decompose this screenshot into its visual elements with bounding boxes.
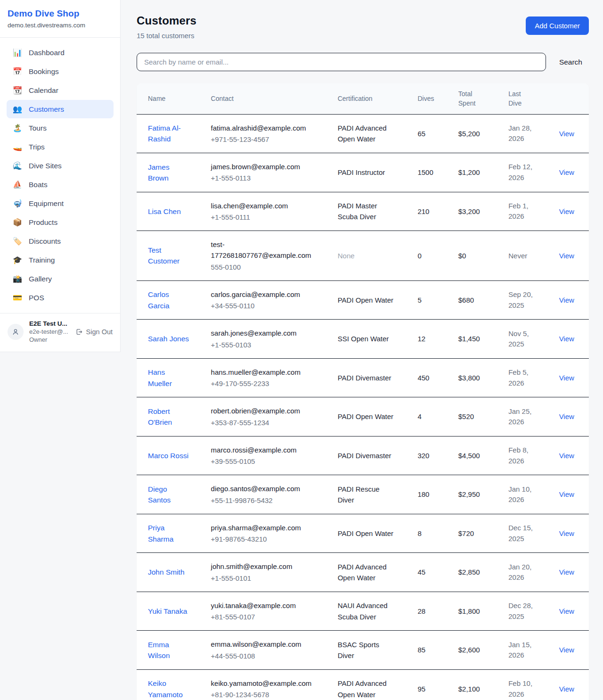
customer-last-dive: Jan 15, 2026 bbox=[508, 640, 538, 661]
col-header-actions bbox=[554, 83, 589, 114]
table-row: Keiko Yamamoto keiko.yamamoto@example.co… bbox=[137, 669, 589, 700]
view-customer-link[interactable]: View bbox=[559, 529, 574, 537]
shop-name: Demo Dive Shop bbox=[8, 8, 113, 19]
customer-name-link[interactable]: Priya Sharma bbox=[148, 522, 189, 544]
nav-icon: 🌊 bbox=[12, 161, 23, 170]
customer-email: sarah.jones@example.com bbox=[211, 328, 312, 338]
customer-dives: 4 bbox=[417, 412, 421, 420]
customer-total-spent: $2,950 bbox=[458, 490, 480, 498]
nav-item-label: Products bbox=[29, 218, 57, 227]
cell-dives: 210 bbox=[412, 192, 452, 231]
cell-last-dive: Feb 8, 2026 bbox=[503, 436, 553, 475]
sidebar-nav-item[interactable]: 🏝️ Tours bbox=[7, 119, 114, 137]
nav-item-label: Equipment bbox=[29, 199, 64, 208]
cell-certification: PADI Divemaster bbox=[332, 358, 412, 397]
view-customer-link[interactable]: View bbox=[559, 168, 574, 176]
cell-last-dive: Jan 10, 2026 bbox=[503, 475, 553, 514]
cell-total-spent: $520 bbox=[453, 397, 503, 436]
table-row: Sarah Jones sarah.jones@example.com +1-5… bbox=[137, 320, 589, 359]
customer-dives: 12 bbox=[417, 335, 425, 343]
customer-name-link[interactable]: Diego Santos bbox=[148, 484, 189, 506]
avatar bbox=[8, 324, 24, 340]
view-customer-link[interactable]: View bbox=[559, 685, 574, 693]
cell-total-spent: $1,450 bbox=[453, 320, 503, 359]
sidebar-nav-item[interactable]: 🌊 Dive Sites bbox=[7, 156, 114, 175]
customer-email: carlos.garcia@example.com bbox=[211, 289, 312, 300]
sidebar-nav-item[interactable]: 📦 Products bbox=[7, 213, 114, 231]
customer-name-link[interactable]: Emma Wilson bbox=[148, 639, 189, 661]
customer-total-spent: $3,800 bbox=[458, 374, 480, 382]
table-row: James Brown james.brown@example.com +1-5… bbox=[137, 153, 589, 192]
sidebar-nav-item[interactable]: 📸 Gallery bbox=[7, 270, 114, 288]
view-customer-link[interactable]: View bbox=[559, 130, 574, 138]
sidebar-nav-item[interactable]: 🎓 Training bbox=[7, 251, 114, 269]
customer-name-link[interactable]: Yuki Tanaka bbox=[148, 606, 187, 617]
cell-name: Diego Santos bbox=[137, 475, 205, 514]
customer-name-link[interactable]: Hans Mueller bbox=[148, 367, 189, 389]
sidebar-nav-item[interactable]: ⛵ Boats bbox=[7, 175, 114, 194]
customer-total-spent: $680 bbox=[458, 296, 474, 304]
page-heading-group: Customers 15 total customers bbox=[137, 14, 196, 40]
cell-certification: SSI Open Water bbox=[332, 320, 412, 359]
customer-dives: 8 bbox=[417, 529, 421, 537]
cell-dives: 450 bbox=[412, 358, 452, 397]
brand: Demo Dive Shop demo.test.divestreams.com bbox=[0, 0, 120, 38]
search-input[interactable] bbox=[137, 53, 546, 71]
cell-dives: 0 bbox=[412, 231, 452, 281]
view-customer-link[interactable]: View bbox=[559, 412, 574, 420]
view-customer-link[interactable]: View bbox=[559, 646, 574, 654]
sidebar-nav-item[interactable]: 📊 Dashboard bbox=[7, 43, 114, 62]
view-customer-link[interactable]: View bbox=[559, 207, 574, 215]
sidebar-nav-item[interactable]: 🏷️ Discounts bbox=[7, 232, 114, 250]
cell-name: John Smith bbox=[137, 553, 205, 592]
sidebar-nav-item[interactable]: 📅 Bookings bbox=[7, 62, 114, 81]
customer-last-dive: Sep 20, 2025 bbox=[508, 289, 538, 311]
customer-email: john.smith@example.com bbox=[211, 561, 312, 572]
cell-actions: View bbox=[554, 631, 589, 670]
cell-name: Keiko Yamamoto bbox=[137, 669, 205, 700]
sidebar-nav-item[interactable]: 👥 Customers bbox=[7, 100, 114, 118]
search-button[interactable]: Search bbox=[553, 54, 589, 70]
customer-name-link[interactable]: Carlos Garcia bbox=[148, 289, 189, 311]
cell-last-dive: Feb 5, 2026 bbox=[503, 358, 553, 397]
view-customer-link[interactable]: View bbox=[559, 568, 574, 576]
customer-dives: 320 bbox=[417, 452, 429, 460]
customer-email: yuki.tanaka@example.com bbox=[211, 600, 312, 611]
customer-name-link[interactable]: Lisa Chen bbox=[148, 206, 181, 217]
customer-name-link[interactable]: James Brown bbox=[148, 162, 189, 184]
customer-name-link[interactable]: John Smith bbox=[148, 567, 185, 577]
customer-name-link[interactable]: Robert O'Brien bbox=[148, 406, 189, 428]
view-customer-link[interactable]: View bbox=[559, 374, 574, 382]
customer-name-link[interactable]: Fatima Al-Rashid bbox=[148, 123, 189, 145]
customer-total-spent: $3,200 bbox=[458, 207, 480, 215]
sidebar-nav-item[interactable]: 📆 Calendar bbox=[7, 81, 114, 99]
sidebar-nav-item[interactable]: 🤿 Equipment bbox=[7, 194, 114, 213]
cell-contact: robert.obrien@example.com +353-87-555-12… bbox=[205, 397, 332, 436]
customer-name-link[interactable]: Sarah Jones bbox=[148, 333, 189, 344]
customer-total-spent: $5,200 bbox=[458, 130, 480, 138]
add-customer-button[interactable]: Add Customer bbox=[526, 16, 589, 35]
cell-total-spent: $3,800 bbox=[453, 358, 503, 397]
nav-icon: 🤿 bbox=[12, 199, 23, 208]
table-row: Carlos Garcia carlos.garcia@example.com … bbox=[137, 280, 589, 320]
view-customer-link[interactable]: View bbox=[559, 335, 574, 343]
view-customer-link[interactable]: View bbox=[559, 490, 574, 498]
view-customer-link[interactable]: View bbox=[559, 252, 574, 260]
cell-total-spent: $2,950 bbox=[453, 475, 503, 514]
nav-item-label: Calendar bbox=[29, 86, 58, 95]
sign-out-button[interactable]: Sign Out bbox=[75, 328, 113, 336]
sidebar-nav-item[interactable]: 💳 POS bbox=[7, 288, 114, 307]
cell-dives: 5 bbox=[412, 280, 452, 320]
customer-certification: PADI Master Scuba Diver bbox=[338, 200, 395, 222]
nav-item-label: Discounts bbox=[29, 237, 61, 246]
view-customer-link[interactable]: View bbox=[559, 607, 574, 615]
customer-last-dive: Feb 12, 2026 bbox=[508, 162, 538, 183]
customer-certification: PADI Advanced Open Water bbox=[338, 561, 395, 584]
sidebar-nav-item[interactable]: 🚤 Trips bbox=[7, 138, 114, 156]
customer-name-link[interactable]: Marco Rossi bbox=[148, 450, 188, 461]
customer-name-link[interactable]: Keiko Yamamoto bbox=[148, 678, 189, 700]
view-customer-link[interactable]: View bbox=[559, 296, 574, 304]
customer-certification: PADI Divemaster bbox=[338, 372, 391, 383]
customer-name-link[interactable]: Test Customer bbox=[148, 245, 189, 267]
view-customer-link[interactable]: View bbox=[559, 452, 574, 460]
